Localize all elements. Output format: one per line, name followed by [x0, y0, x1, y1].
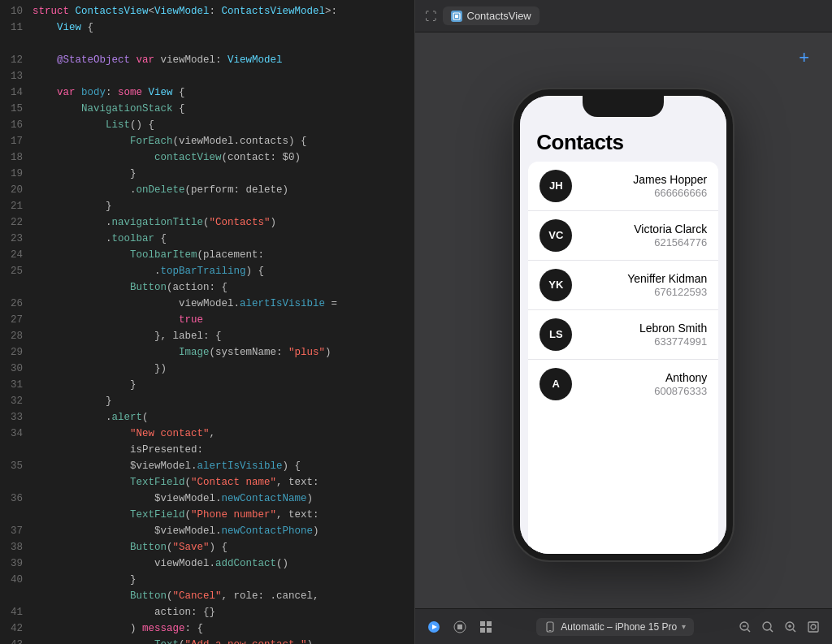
code-line: .navigationTitle("Contacts") [32, 214, 408, 231]
code-line: Text("Add a new contact.") [32, 637, 408, 644]
svg-rect-5 [457, 625, 462, 629]
phone-icon [544, 621, 556, 633]
contact-avatar: VC [540, 219, 572, 252]
grid-button[interactable] [477, 618, 495, 636]
line-number [10, 442, 23, 458]
code-line: TextField("Contact name", text: [32, 474, 408, 491]
line-number: 27 [10, 312, 23, 328]
code-line: $viewModel.alertIsVisible) { [32, 458, 408, 474]
line-number: 40 [10, 572, 23, 588]
bottom-left-icons [425, 618, 495, 636]
pin-icon[interactable]: ⛶ [425, 10, 436, 23]
line-number [10, 507, 23, 523]
code-line: TextField("Phone number", text: [32, 507, 408, 523]
device-selector-label: Automatic – iPhone 15 Pro [561, 621, 677, 633]
line-number [10, 279, 23, 296]
tab-label: ContactsView [467, 10, 531, 22]
code-line: action: {} [32, 604, 408, 620]
stop-button[interactable] [451, 618, 469, 636]
contact-info: Victoria Clarck621564776 [582, 222, 707, 249]
contact-name: Victoria Clarck [582, 222, 707, 236]
line-number: 33 [10, 409, 23, 426]
line-number [10, 588, 23, 604]
line-number: 21 [10, 198, 23, 214]
contact-phone: 621564776 [582, 236, 707, 249]
svg-point-22 [811, 625, 816, 629]
contact-avatar: A [540, 368, 572, 400]
zoom-reset-button[interactable] [804, 618, 822, 636]
line-number: 23 [10, 231, 23, 247]
code-line: Button("Save") { [32, 539, 408, 555]
contacts-page-title: Contacts [536, 130, 623, 155]
contact-item[interactable]: AAnthony600876333 [528, 360, 718, 408]
code-line: isPresented: [32, 442, 408, 458]
svg-rect-21 [808, 622, 818, 632]
line-number: 18 [10, 149, 23, 166]
svg-line-14 [748, 629, 750, 632]
svg-rect-11 [549, 630, 552, 631]
zoom-fit-button[interactable] [759, 618, 777, 636]
line-number [10, 36, 23, 52]
svg-rect-9 [487, 628, 492, 633]
contact-info: James Hopper666666666 [582, 172, 707, 199]
contacts-view-tab[interactable]: ContactsView [443, 6, 540, 25]
preview-toolbar: ⛶ ContactsView [415, 0, 833, 32]
contact-item[interactable]: YKYeniffer Kidman676122593 [528, 261, 718, 310]
contact-name: Yeniffer Kidman [582, 271, 707, 286]
code-line: } [32, 572, 408, 588]
contact-item[interactable]: VCVictoria Clarck621564776 [528, 211, 718, 261]
code-line: } [32, 198, 408, 214]
code-line: View { [32, 19, 408, 36]
code-editor: 1011121314151617181920212223242526272829… [0, 0, 414, 644]
contact-info: Yeniffer Kidman676122593 [582, 271, 707, 298]
add-contact-button[interactable]: + [799, 47, 809, 68]
line-number: 35 [10, 458, 23, 474]
code-line: viewModel.alertIsVisible = [32, 296, 408, 312]
line-number: 31 [10, 377, 23, 393]
line-number: 37 [10, 523, 23, 539]
code-area: 1011121314151617181920212223242526272829… [0, 0, 414, 644]
code-line: .onDelete(perform: delete) [32, 182, 408, 198]
zoom-controls [736, 618, 822, 636]
code-line: .alert( [32, 409, 408, 426]
line-number: 24 [10, 247, 23, 263]
contact-name: Anthony [582, 370, 707, 385]
line-number: 13 [10, 68, 23, 84]
line-numbers: 1011121314151617181920212223242526272829… [0, 0, 29, 644]
code-line: } [32, 393, 408, 409]
contact-phone: 633774991 [582, 335, 707, 348]
line-number: 12 [10, 52, 23, 68]
line-number: 19 [10, 166, 23, 182]
contact-item[interactable]: LSLebron Smith633774991 [528, 310, 718, 360]
code-line: "New contact", [32, 426, 408, 442]
code-line: ToolbarItem(placement: [32, 247, 408, 263]
iphone-screen: Contacts JHJames Hopper666666666VCVictor… [520, 96, 726, 554]
svg-rect-7 [487, 621, 492, 626]
line-number: 11 [10, 19, 23, 36]
code-line: }, label: { [32, 328, 408, 344]
contacts-list: JHJames Hopper666666666VCVictoria Clarck… [528, 162, 718, 554]
svg-point-15 [763, 622, 771, 630]
line-number: 14 [10, 84, 23, 101]
contact-avatar: YK [540, 269, 572, 301]
device-selector[interactable]: Automatic – iPhone 15 Pro ▾ [536, 618, 694, 636]
svg-line-16 [770, 629, 773, 632]
code-content[interactable]: struct ContactsView<ViewModel: ContactsV… [29, 0, 414, 644]
zoom-out-button[interactable] [736, 618, 754, 636]
line-number: 28 [10, 328, 23, 344]
iphone-notch [583, 96, 664, 117]
code-line: } [32, 166, 408, 182]
line-number: 39 [10, 555, 23, 572]
zoom-in-button[interactable] [782, 618, 800, 636]
code-line: Button(action: { [32, 279, 408, 296]
run-button[interactable] [425, 618, 443, 636]
phone-area: + Contacts JHJames Hopper666666666VCVict… [415, 32, 833, 608]
code-line: ForEach(viewModel.contacts) { [32, 133, 408, 149]
chevron-down-icon: ▾ [682, 622, 686, 631]
line-number: 41 [10, 604, 23, 620]
contact-item[interactable]: JHJames Hopper666666666 [528, 162, 718, 211]
code-line: Button("Cancel", role: .cancel, [32, 588, 408, 604]
line-number: 25 [10, 263, 23, 279]
line-number [10, 474, 23, 491]
line-number: 20 [10, 182, 23, 198]
